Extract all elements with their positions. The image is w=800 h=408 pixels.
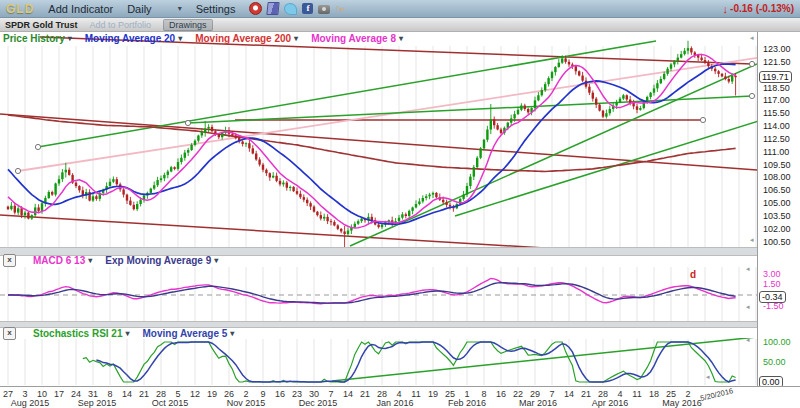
ma8-dropdown[interactable]: Moving Average 8▾ [311, 33, 403, 44]
charting-app: { "toolbar": { "symbol": "GLD", "add_ind… [0, 0, 800, 408]
macd-dropdown[interactable]: MACD 6 13▾ [33, 255, 92, 266]
twitter-icon[interactable] [284, 3, 297, 15]
axis-scroll-icon[interactable]: ◂ [706, 373, 710, 380]
y-axis-label: 118.50 [763, 83, 790, 93]
time-axis[interactable]: 5/20/2016 273101724318142128512192629162… [0, 386, 800, 408]
x-axis-month-label: May 2016 [654, 398, 710, 408]
y-axis-label: 50.00 [763, 357, 786, 367]
x-axis-month-label: Oct 2015 [142, 398, 198, 408]
y-axis-label: 105.00 [763, 198, 791, 208]
symbol-label: GLD [6, 2, 34, 16]
stoch-ma-dropdown[interactable]: Moving Average 5▾ [143, 328, 235, 339]
toolbar-icons: f ☞ [249, 2, 347, 15]
chevron-down-icon: ▾ [178, 4, 182, 13]
price-change: ↓ -0.16 (-0.13%) [723, 3, 794, 15]
main-toolbar: GLD Add Indicator Daily▾ Settings f ☞ ↓ … [0, 0, 800, 18]
chevron-down-icon: ▾ [214, 256, 218, 265]
close-stoch-panel-button[interactable]: x [3, 327, 16, 340]
axis-scroll-icon[interactable]: ◂ [750, 236, 754, 243]
y-axis-label: 106.50 [763, 185, 791, 195]
x-axis-tick: 16 [272, 389, 288, 399]
macd-ema-dropdown[interactable]: Exp Moving Average 9▾ [105, 255, 218, 266]
price-axis[interactable]: 123.00121.50118.50117.00115.50114.00112.… [757, 32, 800, 386]
last-value-callout: 119.71 [759, 71, 792, 83]
axis-scroll-icon[interactable]: ◂ [746, 336, 750, 343]
facebook-icon[interactable]: f [302, 3, 313, 14]
x-axis-month-label: Nov 2015 [218, 398, 274, 408]
y-axis-label: 3.00 [763, 269, 781, 279]
close-macd-panel-button[interactable]: x [3, 254, 16, 267]
x-axis-month-label: Aug 2015 [2, 398, 58, 408]
y-axis-label: 102.00 [763, 224, 791, 234]
y-axis-label: 112.50 [763, 134, 790, 144]
y-axis-label: 1.50 [763, 279, 781, 289]
y-axis-label: 100.50 [763, 237, 791, 247]
symbol-toolbar: SPDR Gold Trust Add to Portfolio Drawing… [0, 18, 800, 32]
add-indicator-button[interactable]: Add Indicator [48, 3, 113, 15]
price-panel-legend: Price History▾ Moving Average 20▾ Moving… [3, 33, 403, 44]
stoch-rsi-dropdown[interactable]: Stochastics RSI 21▾ [33, 328, 130, 339]
down-arrow-icon: ↓ [723, 3, 729, 15]
stoch-panel-legend: x Stochastics RSI 21▾ Moving Average 5▾ [3, 327, 234, 340]
axis-scroll-icon[interactable]: ◂ [750, 34, 754, 41]
period-dropdown[interactable]: Daily▾ [127, 3, 181, 15]
axis-scroll-icon[interactable]: ◂ [746, 303, 750, 310]
x-axis-tick: 16 [493, 389, 509, 399]
settings-button[interactable]: Settings [196, 3, 236, 15]
change-value: -0.16 (-0.13%) [730, 3, 794, 14]
x-axis-month-label: Apr 2016 [582, 398, 638, 408]
last-value-callout: -0.34 [759, 291, 786, 303]
x-axis-month-label: Jan 2016 [367, 398, 423, 408]
add-to-portfolio-button[interactable]: Add to Portfolio [90, 20, 152, 30]
y-axis-label: 111.00 [763, 147, 789, 157]
y-axis-label: 123.00 [763, 44, 791, 54]
y-axis-label: 100.00 [763, 337, 791, 347]
axis-scroll-icon[interactable]: ◂ [746, 265, 750, 272]
svg-text:d: d [690, 269, 696, 280]
chevron-down-icon: ▾ [178, 34, 182, 43]
chevron-down-icon: ▾ [230, 329, 234, 338]
y-axis-label: 114.00 [763, 121, 790, 131]
y-axis-label: 115.50 [763, 108, 790, 118]
macd-panel-legend: x MACD 6 13▾ Exp Moving Average 9▾ [3, 254, 218, 267]
y-axis-label: 121.50 [763, 57, 791, 67]
ma200-dropdown[interactable]: Moving Average 200▾ [195, 33, 298, 44]
y-axis-label: 108.00 [763, 172, 791, 182]
hand-pointer-icon[interactable]: ☞ [335, 3, 347, 15]
library-icon[interactable] [267, 2, 280, 15]
x-axis-month-label: Feb 2016 [439, 398, 495, 408]
price-history-dropdown[interactable]: Price History▾ [3, 33, 72, 44]
y-axis-label: 117.00 [763, 95, 790, 105]
x-axis-month-label: Mar 2016 [510, 398, 566, 408]
camera-icon[interactable] [318, 5, 330, 14]
x-axis-month-label: Dec 2015 [290, 398, 346, 408]
chevron-down-icon: ▾ [294, 34, 298, 43]
chevron-down-icon: ▾ [88, 256, 92, 265]
x-axis-month-label: Sep 2015 [69, 398, 125, 408]
alarm-icon[interactable] [249, 2, 262, 15]
y-axis-label: 103.50 [763, 211, 791, 221]
chevron-down-icon: ▾ [125, 329, 129, 338]
y-axis-label: 109.50 [763, 160, 791, 170]
ma20-dropdown[interactable]: Moving Average 20▾ [85, 33, 182, 44]
chevron-down-icon: ▾ [68, 34, 72, 43]
chevron-down-icon: ▾ [399, 34, 403, 43]
drawings-button[interactable]: Drawings [163, 19, 213, 31]
symbol-fullname: SPDR Gold Trust [5, 20, 78, 30]
